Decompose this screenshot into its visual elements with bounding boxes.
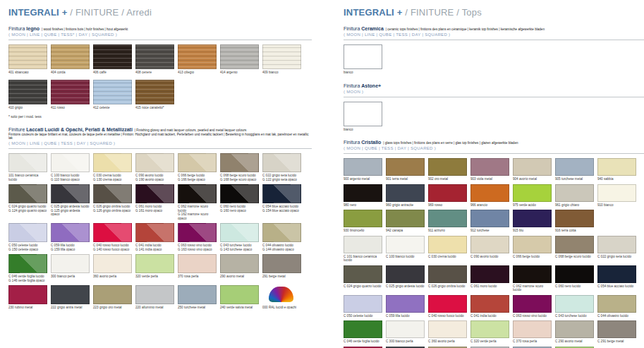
swatch-cell: 901 terra metal xyxy=(386,158,425,181)
section-list: Finitura Ceramica | ceramic tops finishe… xyxy=(344,26,644,348)
section-models: ( MOON ) xyxy=(344,90,644,94)
swatch xyxy=(513,295,552,313)
section-title: Finiture Laccati Lucidi & Opachi, Perlat… xyxy=(8,127,133,132)
swatch xyxy=(51,254,90,273)
swatch xyxy=(555,295,594,313)
swatch xyxy=(135,80,174,104)
swatch-cell: C 062 marrone scuro lucido xyxy=(513,265,552,292)
swatch xyxy=(8,223,47,242)
swatch xyxy=(470,210,509,227)
finish-section: Finitura Astone+ ( MOON ) xyxy=(344,83,644,132)
finish-section: Finitura Ceramica | ceramic tops finishe… xyxy=(344,26,644,75)
swatch-label: 408 cenere xyxy=(135,71,174,75)
swatch-label: 902 oro metal xyxy=(428,177,467,181)
swatch-cell: 975 verde acido xyxy=(513,184,552,208)
swatch-row: 101 bianco ceramica lucido C 100 bianco … xyxy=(8,153,312,181)
swatch xyxy=(428,295,467,313)
swatch-cell: 413 ciliegio xyxy=(178,44,217,75)
swatch-cell: C 290 avorio metal xyxy=(555,320,594,344)
swatch xyxy=(344,210,382,227)
swatch xyxy=(220,153,259,172)
swatch-label: 413 ciliegio xyxy=(178,71,217,75)
swatch-cell: C 025 grigio ardesia lucido xyxy=(386,265,425,289)
swatch-label: C 046 verde foglia lucido xyxy=(344,340,382,344)
section-languages: | ceramic tops finishes | finitions des … xyxy=(386,28,545,31)
section-title: Finitura legno xyxy=(8,26,40,31)
swatch-label: 900 argento metal xyxy=(344,177,382,181)
section-title-name: Astone+ xyxy=(361,83,381,88)
swatch-cell: 414 argento xyxy=(220,44,259,75)
swatch xyxy=(220,285,259,304)
swatch xyxy=(135,44,174,69)
swatch-cell: 291 beige metal xyxy=(262,254,301,279)
swatch-cell: C 090 avorio lucido G 190 avorio opaco xyxy=(135,153,174,181)
swatch-cell: C 100 bianco lucido G 110 bianco opaco xyxy=(51,153,90,181)
swatch-cell: 912 turchese xyxy=(470,210,509,233)
swatch-label: 930 limoncello xyxy=(344,229,382,233)
swatch xyxy=(8,285,47,304)
page-title-brand: INTEGRALI + xyxy=(8,7,67,18)
swatch-label: 411 rosso xyxy=(51,106,90,110)
swatch-cell: 320 verde perla xyxy=(135,254,174,279)
swatch xyxy=(386,210,425,227)
swatch-label: 291 beige metal xyxy=(262,275,301,279)
swatch xyxy=(513,320,552,338)
swatch-cell: 905 turchese metal xyxy=(555,158,594,181)
swatch xyxy=(386,265,425,283)
page-title-brand: INTEGRALI + xyxy=(344,7,402,18)
swatch-cell: C 041 india lucido G 141 india opaco xyxy=(135,223,174,251)
section-title-name: Ceramica xyxy=(361,26,384,31)
swatch-cell: C 025 grigio ardesia lucido G 125 grigio… xyxy=(51,184,90,217)
swatch-label: C 370 rosa perla xyxy=(513,340,552,344)
swatch-label: C 090 avorio lucido xyxy=(470,255,509,259)
section-title-name: legno xyxy=(26,26,40,31)
swatch xyxy=(555,320,594,338)
swatch-cell: C 100 bianco lucido xyxy=(386,236,425,259)
swatch-label: C 063 rosso vino lucido xyxy=(513,314,552,318)
swatch-cell: C 370 rosa perla xyxy=(513,320,552,344)
swatch xyxy=(344,265,382,283)
swatch-cell: C 101 bianco ceramica lucido xyxy=(344,236,382,263)
swatch-cell: 980 nero xyxy=(344,184,382,208)
swatch xyxy=(386,236,425,253)
swatch-cell: C 040 rosso fuoco lucido xyxy=(428,295,467,318)
swatch-label: 912 turchese xyxy=(470,229,509,233)
swatch xyxy=(513,236,552,253)
swatch xyxy=(93,285,132,304)
swatch-cell: C 066 beige lucido G 166 beige opaco xyxy=(178,153,217,181)
swatch-cell: C 060 nero lucido G 160 nero opaco xyxy=(220,184,259,212)
swatch-row: 900 argento metal 901 terra metal xyxy=(344,158,644,181)
swatch xyxy=(555,265,594,283)
swatch-label: 360 avorio perla xyxy=(93,275,132,279)
swatch-row: 401 sbiancato 404 corda xyxy=(8,44,312,75)
swatch-cell: 966 arancio xyxy=(470,184,509,208)
section-models: ( MOON | QUBE | TESS | DAY | SQUARED ) xyxy=(344,146,644,150)
swatch-row: 410 grigio 411 rosso xyxy=(8,80,312,110)
swatch xyxy=(428,320,467,338)
swatch-cell: 250 turchese metal xyxy=(178,285,217,310)
swatch-label: C 043 turchese lucido xyxy=(555,314,594,318)
swatch xyxy=(344,295,382,313)
swatch xyxy=(513,184,552,202)
swatch-label: 942 canapa xyxy=(386,229,425,233)
swatch xyxy=(8,80,47,104)
swatch xyxy=(597,320,636,338)
swatch-cell: 360 avorio perla xyxy=(93,254,132,279)
swatch-label: C 100 bianco lucido xyxy=(386,255,425,259)
swatch-label: C 090 avorio lucido G 190 avorio opaco xyxy=(135,174,174,181)
swatch xyxy=(93,80,132,104)
swatch xyxy=(51,223,90,242)
swatch-cell: 401 sbiancato xyxy=(8,44,47,75)
swatch-rows: bianco xyxy=(344,102,644,132)
swatch-rows: 900 argento metal 901 terra metal xyxy=(344,158,644,348)
swatch-label: C 026 grigio ombra lucido G 126 grigio o… xyxy=(93,205,132,212)
swatch-row: C 046 verde foglia lucido C 300 bianco p… xyxy=(344,320,644,344)
swatch-label: C 300 bianco perla xyxy=(386,340,425,344)
swatch xyxy=(135,153,174,172)
swatch-label: C 059 lilla lucido G 159 lilla opaco xyxy=(51,244,90,251)
swatch-cell: C 030 crema lucido xyxy=(428,236,467,259)
swatch-label: C 024 grigio quarzo lucido xyxy=(344,284,382,289)
section-header: Finitura Ceramica | ceramic tops finishe… xyxy=(344,26,644,40)
swatch-label: C 026 grigio ombra lucido xyxy=(428,284,467,289)
swatch xyxy=(262,285,301,304)
